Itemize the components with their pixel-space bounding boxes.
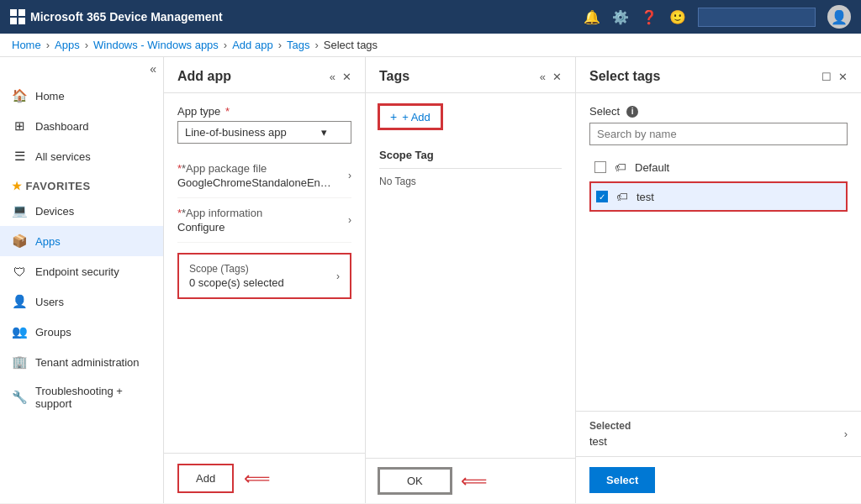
app-info-left: **App information Configure (177, 207, 262, 234)
users-icon: 👤 (12, 294, 27, 309)
info-icon: i (626, 106, 638, 118)
add-app-close-icon[interactable]: ✕ (342, 71, 351, 83)
tag-test-label: test (637, 191, 654, 203)
tag-item-test[interactable]: ✓ 🏷 test (589, 181, 848, 212)
tag-default-icon: 🏷 (615, 160, 626, 174)
sidebar-item-home[interactable]: 🏠 Home (0, 81, 163, 111)
tags-add-button[interactable]: + + Add (379, 105, 441, 129)
add-app-header-icons: « ✕ (330, 71, 351, 83)
home-icon: 🏠 (12, 88, 27, 103)
select-tags-body: Select i 🏷 Default ✓ 🏷 test (576, 93, 861, 411)
scope-tags-nav[interactable]: Scope (Tags) 0 scope(s) selected › (177, 253, 351, 299)
sidebar-item-apps[interactable]: 📦 Apps (0, 226, 163, 256)
tag-test-icon: 🏷 (616, 190, 628, 203)
tags-close-icon[interactable]: ✕ (552, 71, 562, 83)
app-info-label: **App information (177, 207, 262, 219)
app-type-dropdown[interactable]: Line-of-business app ▾ (177, 121, 351, 144)
add-app-panel: Add app « ✕ App type * Line-of-business … (164, 57, 366, 503)
app-info-value: Configure (177, 221, 262, 234)
groups-icon: 👥 (12, 324, 27, 339)
sidebar-item-groups[interactable]: 👥 Groups (0, 317, 163, 347)
favorites-section-label: ★FAVORITES (0, 171, 163, 196)
breadcrumb-home[interactable]: Home (12, 39, 41, 51)
tags-panel: Tags « ✕ + + Add Scope Tag No Tags OK ⟸ (366, 57, 576, 503)
tag-default-checkbox[interactable] (594, 161, 606, 173)
sidebar-item-devices[interactable]: 💻 Devices (0, 196, 163, 226)
sidebar-label-troubleshooting: Troubleshooting + support (35, 385, 151, 410)
scope-tag-column-header: Scope Tag (379, 142, 562, 169)
breadcrumb-windows-apps[interactable]: Windows - Windows apps (93, 39, 219, 51)
scope-tags-value: 0 scope(s) selected (189, 276, 284, 289)
endpoint-security-icon: 🛡 (12, 264, 27, 279)
sidebar-item-all-services[interactable]: ☰ All services (0, 141, 163, 171)
tags-title: Tags (379, 69, 409, 84)
app-info-nav[interactable]: **App information Configure › (177, 198, 351, 243)
sidebar-item-users[interactable]: 👤 Users (0, 286, 163, 317)
breadcrumb-sep-2: › (85, 39, 88, 51)
all-services-icon: ☰ (12, 149, 27, 164)
devices-icon: 💻 (12, 203, 27, 218)
breadcrumb-current: Select tags (324, 39, 378, 51)
plus-icon: + (390, 110, 397, 123)
help-icon[interactable]: ❓ (641, 9, 658, 25)
add-app-button[interactable]: Add (177, 464, 234, 493)
apps-icon: 📦 (12, 234, 27, 249)
topbar-search-input[interactable] (698, 8, 816, 27)
tags-footer: OK ⟸ (366, 458, 575, 503)
tags-collapse-icon[interactable]: « (540, 71, 546, 83)
sidebar-label-groups: Groups (35, 326, 71, 339)
settings-icon[interactable]: ⚙️ (612, 9, 629, 25)
app-type-label: App type * (177, 105, 351, 118)
app-package-nav[interactable]: **App package file GoogleChromeStandalon… (177, 154, 351, 198)
sidebar-label-dashboard: Dashboard (35, 120, 89, 133)
selected-value: test (589, 435, 631, 448)
select-tags-footer: Select (576, 456, 861, 503)
tags-search-input[interactable] (589, 123, 848, 145)
select-tags-title: Select tags (589, 69, 660, 84)
breadcrumb-tags[interactable]: Tags (287, 39, 309, 51)
scope-tags-chevron: › (336, 270, 340, 282)
sidebar-label-all-services: All services (35, 150, 91, 163)
chevron-down-icon: ▾ (321, 126, 327, 139)
app-type-value: Line-of-business app (185, 126, 287, 139)
topbar-actions: 🔔 ⚙️ ❓ 🙂 👤 (584, 5, 851, 29)
sidebar-item-endpoint-security[interactable]: 🛡 Endpoint security (0, 256, 163, 286)
tags-header-icons: « ✕ (540, 71, 562, 83)
sidebar-label-users: Users (35, 296, 64, 308)
tags-header: Tags « ✕ (366, 57, 575, 93)
tenant-admin-icon: 🏢 (12, 354, 27, 370)
tags-ok-button[interactable]: OK (379, 469, 451, 493)
breadcrumb-apps[interactable]: Apps (55, 39, 80, 51)
select-tags-panel: Select tags ☐ ✕ Select i 🏷 Default (576, 57, 861, 503)
breadcrumb-add-app[interactable]: Add app (232, 39, 272, 51)
sidebar-collapse-button[interactable]: « (0, 57, 163, 81)
breadcrumb: Home › Apps › Windows - Windows apps › A… (0, 34, 861, 57)
scope-tags-left: Scope (Tags) 0 scope(s) selected (189, 263, 284, 289)
breadcrumb-sep-4: › (278, 39, 282, 51)
select-section-label: Select i (589, 105, 848, 118)
topbar: Microsoft 365 Device Management 🔔 ⚙️ ❓ 🙂… (0, 0, 861, 34)
smiley-icon[interactable]: 🙂 (669, 9, 686, 25)
sidebar-label-tenant-admin: Tenant administration (35, 356, 140, 369)
tag-test-checkbox[interactable]: ✓ (596, 191, 608, 202)
user-avatar[interactable]: 👤 (827, 5, 851, 29)
select-tags-maximize-icon[interactable]: ☐ (821, 71, 832, 83)
selected-info: Selected test (589, 420, 631, 448)
select-tags-close-icon[interactable]: ✕ (838, 71, 848, 83)
sidebar-label-endpoint-security: Endpoint security (35, 265, 119, 278)
troubleshooting-icon: 🔧 (12, 390, 27, 405)
add-app-footer: Add ⟸ (164, 453, 365, 503)
sidebar-item-dashboard[interactable]: ⊞ Dashboard (0, 111, 163, 141)
add-app-header: Add app « ✕ (164, 57, 365, 93)
select-button[interactable]: Select (589, 467, 655, 493)
no-tags-text: No Tags (379, 169, 562, 194)
notification-icon[interactable]: 🔔 (584, 9, 600, 25)
tag-item-default[interactable]: 🏷 Default (589, 154, 848, 181)
sidebar-item-troubleshooting[interactable]: 🔧 Troubleshooting + support (0, 377, 163, 417)
app-package-value: GoogleChromeStandaloneEnterp... (177, 176, 333, 189)
tags-arrow-indicator: ⟸ (461, 470, 488, 492)
add-app-collapse-icon[interactable]: « (330, 71, 335, 83)
sidebar-item-tenant-admin[interactable]: 🏢 Tenant administration (0, 347, 163, 377)
add-arrow-indicator: ⟸ (244, 468, 271, 490)
selected-label: Selected (589, 420, 631, 432)
